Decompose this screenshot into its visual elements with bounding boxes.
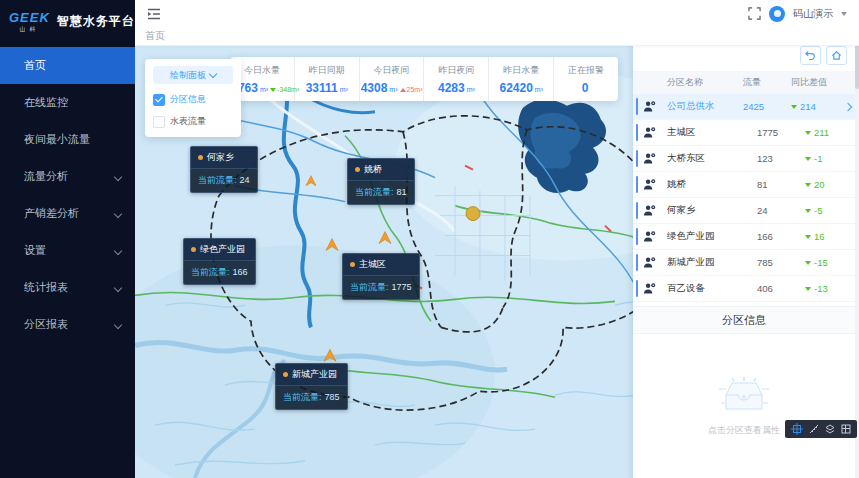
fullscreen-icon[interactable] [748,7,761,20]
sidebar-menu-item[interactable]: 产销差分析 [0,195,135,232]
partition-flow: 2425 [743,101,791,112]
username[interactable]: 码山演示 [793,7,833,21]
sidebar-collapse-icon[interactable] [147,8,161,20]
partition-name: 主城区 [359,258,386,271]
chevron-right-icon [841,104,855,110]
satellite-icon[interactable] [841,424,851,434]
sidebar-menu-item[interactable]: 统计报表 [0,269,135,306]
chevron-down-icon [114,210,122,218]
layer-checkbox[interactable] [153,116,165,128]
stat-label: 正在报警 [568,64,604,77]
ruler-icon[interactable] [809,424,819,434]
stat-value: 4308 [361,81,388,95]
avatar[interactable] [769,6,785,22]
back-button[interactable] [800,46,821,65]
partition-map-label[interactable]: 新城产业园 当前流量:785 [275,363,348,410]
brand-logo-subtext: 山科 [19,26,39,32]
stat-cell: 正在报警 0 [554,57,618,101]
stat-value: 4283 [438,81,465,95]
column-header-flow: 流量 [743,76,791,89]
partition-flow: 81 [757,179,805,190]
table-row[interactable]: 公司总供水 2425 214 [633,94,855,120]
table-row[interactable]: 绿色产业园 166 16 [633,224,855,250]
layers-icon[interactable] [825,424,835,434]
stat-unit: m³ [340,86,348,93]
partition-diff-value: -13 [814,283,828,294]
partition-flow: 123 [757,153,805,164]
draw-panel-button[interactable]: 绘制面板 [153,66,233,84]
arrow-down-icon [791,105,797,109]
table-row[interactable]: 新城产业园 785 -15 [633,250,855,276]
layer-checkbox[interactable] [153,94,165,106]
partition-diff: 16 [805,231,855,242]
user-menu-caret-icon[interactable] [841,12,847,16]
arrow-down-icon [805,183,811,187]
layer-option-label: 水表流量 [170,115,206,128]
partition-flow: 406 [757,283,805,294]
topbar: 码山演示 [135,0,859,27]
stat-label: 今日夜间 [374,64,410,77]
partition-diff: -1 [805,153,855,164]
sidebar-menu-item[interactable]: 在线监控 [0,84,135,121]
partition-name: 何家乡 [207,151,234,164]
partition-name: 姚桥 [364,163,382,176]
home-button[interactable] [826,46,847,65]
sidebar-menu-item-label: 统计报表 [24,280,68,295]
draw-panel-button-label: 绘制面板 [170,69,206,82]
marker-dot-icon [350,262,355,267]
sidebar-menu-item-label: 首页 [24,58,46,73]
partition-map-label[interactable]: 何家乡 当前流量:24 [190,146,258,193]
scrollbar[interactable] [855,9,859,478]
sidebar-menu-item[interactable]: 首页 [0,47,135,84]
partition-name: 百乙设备 [667,282,757,295]
measure-crosshair-icon[interactable] [791,423,803,435]
stat-cell: 昨日水量 62420 m³ [489,57,554,101]
stat-unit: m³ [467,86,475,93]
partition-map-label[interactable]: 主城区 当前流量:1775 [342,253,420,300]
sidebar-menu-item-label: 设置 [24,243,46,258]
partition-user-icon [643,178,667,191]
partition-name: 主城区 [667,126,757,139]
layer-options: 分区信息 水表流量 [153,93,233,128]
table-row[interactable]: 姚桥 81 20 [633,172,855,198]
arrow-down-icon [805,209,811,213]
partition-diff-value: 214 [800,101,816,112]
flow-field-label: 当前流量: [350,282,389,292]
layer-option[interactable]: 水表流量 [153,115,233,128]
sidebar-menu-item[interactable]: 分区报表 [0,306,135,343]
table-row[interactable]: 何家乡 24 -5 [633,198,855,224]
flow-field-label: 当前流量: [191,267,230,277]
partition-table: 公司总供水 2425 214 主城区 1775 [633,94,855,302]
flow-value: 166 [233,267,248,277]
delta-arrow-icon [270,88,276,92]
layer-option[interactable]: 分区信息 [153,93,233,106]
sidebar-menu-item[interactable]: 设置 [0,232,135,269]
table-row[interactable]: 百乙设备 406 -13 [633,276,855,302]
arrow-down-icon [805,157,811,161]
sidebar-menu-item-label: 夜间最小流量 [24,132,90,147]
partition-user-icon [643,256,667,269]
table-row[interactable]: 主城区 1775 211 [633,120,855,146]
partition-user-icon [643,230,667,243]
stat-unit: m³ [260,86,268,93]
chevron-down-icon [114,321,122,329]
chevron-down-icon [114,284,122,292]
partition-diff-value: -5 [814,205,822,216]
partition-map-label[interactable]: 姚桥 当前流量:81 [347,158,415,205]
breadcrumb-item[interactable]: 首页 [145,29,165,43]
sidebar-menu-item[interactable]: 流量分析 [0,158,135,195]
sidebar: GEEK 山科 智慧水务平台 首页 在线监控 夜间最小流量 流量分析 [0,0,135,478]
table-row[interactable]: 大桥东区 123 -1 [633,146,855,172]
arrow-down-icon [805,261,811,265]
sidebar-menu-item[interactable]: 夜间最小流量 [0,121,135,158]
stat-value: 0 [582,81,589,95]
stat-value: 62420 [499,81,532,95]
flow-value: 1775 [392,282,412,292]
chevron-down-icon [114,247,122,255]
partition-map-label[interactable]: 绿色产业园 当前流量:166 [183,238,256,285]
stat-cell: 昨日同期 33111 m³ [295,57,360,101]
stat-label: 今日水量 [244,64,280,77]
partition-name: 绿色产业园 [200,243,245,256]
stat-label: 昨日同期 [309,64,345,77]
partition-diff-value: -15 [814,257,828,268]
